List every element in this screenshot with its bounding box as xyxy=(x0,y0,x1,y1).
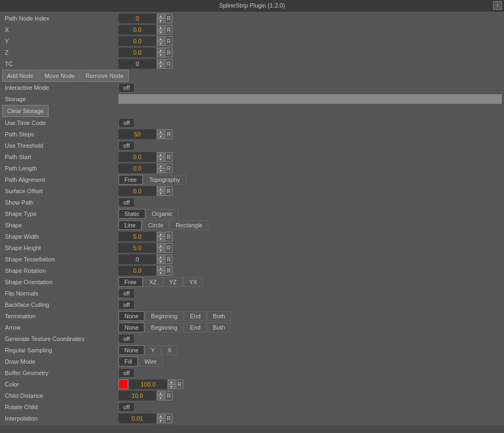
term-end-button[interactable]: End xyxy=(184,311,207,321)
reset-y[interactable]: R xyxy=(165,36,173,46)
spin-down-y[interactable]: ▼ xyxy=(157,41,164,46)
term-both-button[interactable]: Both xyxy=(207,311,231,321)
draw-fill-button[interactable]: Fill xyxy=(118,357,138,366)
spin-up-child-distance[interactable]: ▲ xyxy=(157,391,164,396)
color-swatch[interactable] xyxy=(118,379,128,389)
remove-node-button[interactable]: Remove Node xyxy=(81,70,128,82)
draw-wire-button[interactable]: Wire xyxy=(138,357,163,366)
shape-rectangle-button[interactable]: Rectangle xyxy=(170,220,209,230)
spin-up-shape-width[interactable]: ▲ xyxy=(157,232,164,237)
toggle-use-time-code[interactable]: off xyxy=(118,118,135,128)
spin-up-shape-height[interactable]: ▲ xyxy=(157,243,164,248)
shape-line-button[interactable]: Line xyxy=(118,220,142,230)
input-shape-width[interactable] xyxy=(118,232,156,241)
arrow-beginning-button[interactable]: Beginning xyxy=(145,323,183,332)
term-beginning-button[interactable]: Beginning xyxy=(145,311,183,321)
input-path-start[interactable] xyxy=(118,152,156,162)
input-shape-height[interactable] xyxy=(118,243,156,253)
spin-down-child-distance[interactable]: ▼ xyxy=(157,396,164,401)
spin-up-surface-offset[interactable]: ▲ xyxy=(157,186,164,191)
spin-down-path-length[interactable]: ▼ xyxy=(157,168,164,173)
toggle-show-path[interactable]: off xyxy=(118,198,135,207)
spin-up-path-node-index[interactable]: ▲ xyxy=(157,14,164,18)
regular-y-button[interactable]: Y xyxy=(145,345,161,355)
spin-down-surface-offset[interactable]: ▼ xyxy=(157,191,164,196)
spin-up-x[interactable]: ▲ xyxy=(157,25,164,30)
spin-up-z[interactable]: ▲ xyxy=(157,48,164,53)
reset-tc[interactable]: R xyxy=(165,59,173,69)
spin-up-interpolation[interactable]: ▲ xyxy=(157,414,164,418)
spin-down-path-start[interactable]: ▼ xyxy=(157,157,164,162)
reset-child-distance[interactable]: R xyxy=(165,391,173,401)
spin-up-color[interactable]: ▲ xyxy=(168,379,175,384)
spin-up-shape-tessellation[interactable]: ▲ xyxy=(157,254,164,259)
orient-yx-button[interactable]: YX xyxy=(183,277,203,287)
reset-shape-height[interactable]: R xyxy=(165,243,173,253)
arrow-none-button[interactable]: None xyxy=(118,323,144,332)
input-color[interactable] xyxy=(129,379,167,389)
input-shape-rotation[interactable] xyxy=(118,266,156,275)
reset-path-node-index[interactable]: R xyxy=(165,14,173,23)
arrow-both-button[interactable]: Both xyxy=(207,323,231,332)
input-path-length[interactable] xyxy=(118,163,156,173)
toggle-use-threshold[interactable]: off xyxy=(118,141,135,150)
input-z[interactable] xyxy=(118,48,156,57)
spin-down-z[interactable]: ▼ xyxy=(157,53,164,57)
shape-circle-button[interactable]: Circle xyxy=(142,220,169,230)
arrow-end-button[interactable]: End xyxy=(184,323,207,332)
toggle-backface-culling[interactable]: off xyxy=(118,300,135,310)
info-button[interactable]: i xyxy=(493,1,502,10)
toggle-rotate-child[interactable]: off xyxy=(118,402,135,412)
reset-shape-tessellation[interactable]: R xyxy=(165,254,173,264)
input-interpolation[interactable] xyxy=(118,414,156,423)
toggle-flip-normals[interactable]: off xyxy=(118,288,135,298)
reset-shape-rotation[interactable]: R xyxy=(165,266,173,275)
input-child-distance[interactable] xyxy=(118,391,156,401)
spin-down-shape-tessellation[interactable]: ▼ xyxy=(157,259,164,264)
move-node-button[interactable]: Move Node xyxy=(39,70,79,82)
orient-xz-button[interactable]: XZ xyxy=(143,277,163,287)
reset-surface-offset[interactable]: R xyxy=(165,186,173,196)
orient-free-button[interactable]: Free xyxy=(118,277,143,287)
spin-up-path-length[interactable]: ▲ xyxy=(157,163,164,168)
reset-z[interactable]: R xyxy=(165,48,173,57)
regular-x-button[interactable]: X xyxy=(162,345,177,355)
input-y[interactable] xyxy=(118,36,156,46)
input-path-node-index[interactable] xyxy=(118,14,156,23)
toggle-interactive-mode[interactable]: off xyxy=(118,83,135,93)
spin-down-shape-rotation[interactable]: ▼ xyxy=(157,271,164,275)
regular-none-button[interactable]: None xyxy=(118,345,144,355)
spin-down-shape-height[interactable]: ▼ xyxy=(157,248,164,253)
spin-up-tc[interactable]: ▲ xyxy=(157,59,164,64)
add-node-button[interactable]: Add Node xyxy=(2,70,38,82)
input-path-steps[interactable] xyxy=(118,129,156,139)
spin-down-interpolation[interactable]: ▼ xyxy=(157,418,164,423)
term-none-button[interactable]: None xyxy=(118,311,144,321)
spin-down-color[interactable]: ▼ xyxy=(168,384,175,389)
spin-up-y[interactable]: ▲ xyxy=(157,36,164,41)
path-align-free-button[interactable]: Free xyxy=(118,175,143,185)
shape-type-static-button[interactable]: Static xyxy=(118,209,145,219)
spin-up-path-steps[interactable]: ▲ xyxy=(157,129,164,134)
reset-color[interactable]: R xyxy=(176,379,183,389)
path-align-topo-button[interactable]: Topography xyxy=(143,175,187,185)
shape-type-organic-button[interactable]: Organic xyxy=(146,209,179,219)
reset-interpolation[interactable]: R xyxy=(165,414,173,423)
reset-path-steps[interactable]: R xyxy=(165,129,173,139)
reset-x[interactable]: R xyxy=(165,25,173,35)
reset-path-length[interactable]: R xyxy=(165,163,173,173)
spin-down-path-node-index[interactable]: ▼ xyxy=(157,18,164,23)
spin-down-path-steps[interactable]: ▼ xyxy=(157,134,164,139)
reset-shape-width[interactable]: R xyxy=(165,232,173,241)
input-x[interactable] xyxy=(118,25,156,35)
input-shape-tessellation[interactable] xyxy=(118,254,156,264)
spin-up-shape-rotation[interactable]: ▲ xyxy=(157,266,164,271)
spin-down-shape-width[interactable]: ▼ xyxy=(157,237,164,241)
toggle-gen-tex-coords[interactable]: off xyxy=(118,334,135,344)
orient-yz-button[interactable]: YZ xyxy=(163,277,183,287)
spin-down-tc[interactable]: ▼ xyxy=(157,64,164,69)
input-tc[interactable] xyxy=(118,59,156,69)
reset-path-start[interactable]: R xyxy=(165,152,173,162)
spin-up-path-start[interactable]: ▲ xyxy=(157,152,164,157)
clear-storage-button[interactable]: Clear Storage xyxy=(2,105,49,117)
